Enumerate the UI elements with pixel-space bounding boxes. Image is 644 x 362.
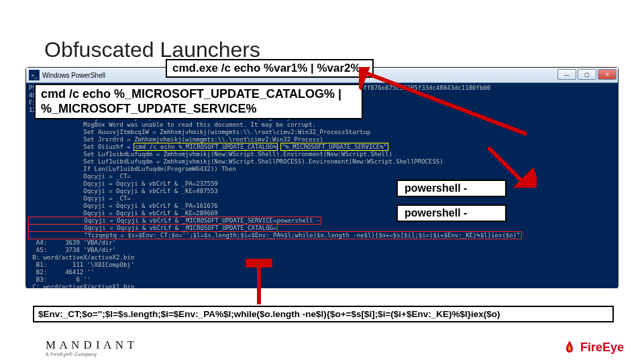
label-deobfuscated: $Env:_CT;$o='';$l=$s.length;$i=$Env:_PA%… bbox=[33, 306, 614, 322]
svg-line-1 bbox=[488, 147, 523, 182]
powershell-icon: >_ bbox=[29, 70, 40, 80]
window-caption: Windows PowerShell bbox=[42, 72, 105, 79]
arrow-top bbox=[359, 67, 533, 141]
label-powershell-2: powershell - bbox=[396, 204, 506, 222]
label-cmd-expanded: cmd /c echo %_MICROSOFT_UPDATE_CATALOG% … bbox=[34, 84, 363, 119]
arrow-up bbox=[246, 259, 272, 307]
flame-icon bbox=[561, 339, 578, 355]
mandiant-subtext: A FireEye® Company bbox=[46, 352, 135, 357]
close-button[interactable]: ✕ bbox=[598, 69, 616, 80]
highlighted-cmd-service: "%_MICROSOFT_UPDATE_SERVICE%" bbox=[281, 143, 388, 150]
label-cmd-generic: cmd.exe /c echo %var1% | %var2% bbox=[166, 59, 374, 78]
maximize-button[interactable]: ▢ bbox=[578, 69, 596, 80]
mandiant-logo: M A N D I A N T A FireEye® Company bbox=[46, 339, 135, 357]
highlighted-cmd-catalog: cmd /c echo %_MICROSOFT_UPDATE_CATALOG% bbox=[134, 143, 277, 150]
fireeye-text: FireEye bbox=[580, 341, 624, 355]
highlighted-catalog-assign: Oqcyji = Oqcyji & vbCrLf & _MICROSOFT_UP… bbox=[29, 225, 277, 231]
svg-line-0 bbox=[364, 72, 527, 134]
fireeye-logo: FireEye bbox=[561, 339, 624, 355]
highlighted-service-powershell: Oqcyji = Oqcyji & vbCrLf & _MICROSOFT_UP… bbox=[29, 217, 321, 224]
minimize-button[interactable]: ― bbox=[557, 69, 576, 80]
highlighted-payload: "Yczqeptq = $s=$Env:_CT;$o='';$l=$s.leng… bbox=[29, 232, 521, 239]
arrow-right bbox=[483, 145, 537, 188]
mandiant-text: M A N D I A N T bbox=[46, 339, 135, 351]
